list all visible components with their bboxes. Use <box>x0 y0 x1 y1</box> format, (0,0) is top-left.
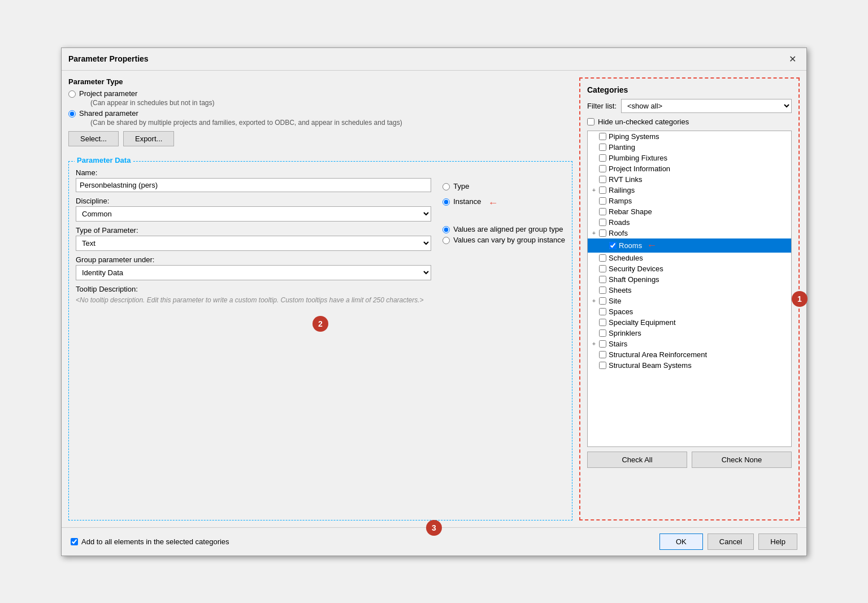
cat-item-rebar-shape[interactable]: Rebar Shape <box>588 206 791 217</box>
values-aligned-radio[interactable] <box>442 226 450 233</box>
cat-checkbox-project-information[interactable] <box>599 165 606 172</box>
cat-label-site: Site <box>609 297 621 305</box>
cat-checkbox-structural-area-reinforcement[interactable] <box>599 351 606 358</box>
cat-checkbox-roofs[interactable] <box>599 229 606 237</box>
cat-item-sprinklers[interactable]: Sprinklers <box>588 328 791 339</box>
cat-checkbox-sheets[interactable] <box>599 287 606 294</box>
instance-radio-option[interactable]: Instance ← <box>442 197 565 209</box>
cat-item-piping-systems[interactable]: Piping Systems <box>588 131 791 142</box>
cat-checkbox-rooms[interactable] <box>609 242 617 249</box>
add-elements-row[interactable]: Add to all elements in the selected cate… <box>71 537 229 546</box>
cat-item-rvt-links[interactable]: RVT Links <box>588 174 791 185</box>
cat-label-roofs: Roofs <box>609 229 628 237</box>
cat-label-sheets: Sheets <box>609 286 631 294</box>
values-vary-radio[interactable] <box>442 237 450 244</box>
type-of-param-select[interactable]: Text <box>76 236 431 251</box>
cat-checkbox-structural-beam-systems[interactable] <box>599 362 606 369</box>
project-param-option[interactable]: Project parameter (Can appear in schedul… <box>68 89 572 107</box>
cat-checkbox-shaft-openings[interactable] <box>599 276 606 283</box>
shared-param-radio[interactable] <box>68 110 76 118</box>
type-radio[interactable] <box>442 183 450 190</box>
title-bar: Parameter Properties ✕ <box>62 48 806 71</box>
cat-checkbox-specialty-equipment[interactable] <box>599 319 606 326</box>
cat-checkbox-plumbing-fixtures[interactable] <box>599 154 606 162</box>
cat-item-site[interactable]: + Site <box>588 296 791 306</box>
cat-item-roads[interactable]: Roads <box>588 217 791 228</box>
cat-item-schedules[interactable]: Schedules <box>588 253 791 263</box>
hide-unchecked-checkbox[interactable] <box>587 118 594 125</box>
badge-2-wrapper: 2 <box>76 311 565 332</box>
cat-checkbox-stairs[interactable] <box>599 340 606 348</box>
add-elements-checkbox[interactable] <box>71 538 78 545</box>
cat-checkbox-planting[interactable] <box>599 144 606 151</box>
expand-placeholder-schedules <box>590 254 598 261</box>
hide-unchecked-row[interactable]: Hide un-checked categories <box>587 118 792 126</box>
check-none-button[interactable]: Check None <box>692 452 792 468</box>
ok-button[interactable]: OK <box>659 533 703 550</box>
name-input[interactable] <box>76 178 431 192</box>
cat-item-railings[interactable]: + Railings <box>588 185 791 196</box>
type-radio-option[interactable]: Type <box>442 182 565 190</box>
cat-item-sheets[interactable]: Sheets <box>588 285 791 296</box>
cat-checkbox-sprinklers[interactable] <box>599 329 606 337</box>
export-button[interactable]: Export... <box>123 131 174 146</box>
cat-item-ramps[interactable]: Ramps <box>588 196 791 206</box>
expand-icon-stairs[interactable]: + <box>590 340 598 347</box>
cat-checkbox-rebar-shape[interactable] <box>599 208 606 215</box>
help-button[interactable]: Help <box>758 533 797 550</box>
filter-select[interactable]: <show all> <box>621 99 792 113</box>
group-param-select[interactable]: Identity Data <box>76 265 431 280</box>
cat-label-piping-systems: Piping Systems <box>609 132 659 141</box>
cat-checkbox-roads[interactable] <box>599 219 606 226</box>
cat-item-plumbing-fixtures[interactable]: Plumbing Fixtures <box>588 153 791 163</box>
cat-item-structural-area-reinforcement[interactable]: Structural Area Reinforcement <box>588 349 791 360</box>
cat-item-project-information[interactable]: Project Information <box>588 163 791 174</box>
cat-item-spaces[interactable]: Spaces <box>588 306 791 317</box>
values-vary-option[interactable]: Values can vary by group instance <box>442 236 565 244</box>
values-aligned-option[interactable]: Values are aligned per group type <box>442 225 565 233</box>
cat-item-shaft-openings[interactable]: Shaft Openings <box>588 274 791 285</box>
cat-label-planting: Planting <box>609 143 635 151</box>
expand-placeholder-roads <box>590 219 598 225</box>
cat-item-structural-beam-systems[interactable]: Structural Beam Systems <box>588 360 791 371</box>
close-button[interactable]: ✕ <box>785 53 800 66</box>
expand-placeholder-plumbing-fixtures <box>590 154 598 161</box>
param-data-box: Parameter Data Name: Discipline: Common <box>68 161 572 520</box>
cat-item-stairs[interactable]: + Stairs <box>588 339 791 349</box>
cat-checkbox-spaces[interactable] <box>599 308 606 315</box>
cat-item-planting[interactable]: Planting <box>588 142 791 153</box>
cat-item-roofs[interactable]: + Roofs <box>588 228 791 238</box>
categories-list[interactable]: Piping Systems Planting Plumbing Fixture… <box>587 131 792 447</box>
cat-label-project-information: Project Information <box>609 164 670 173</box>
cat-label-railings: Railings <box>609 186 635 194</box>
cat-item-security-devices[interactable]: Security Devices <box>588 263 791 274</box>
project-param-radio[interactable] <box>68 90 76 98</box>
cat-checkbox-rvt-links[interactable] <box>599 176 606 183</box>
bottom-bar: 3 Add to all elements in the selected ca… <box>62 527 806 556</box>
instance-radio[interactable] <box>442 198 450 206</box>
cancel-button[interactable]: Cancel <box>708 533 754 550</box>
shared-param-option[interactable]: Shared parameter (Can be shared by multi… <box>68 109 572 127</box>
cat-label-shaft-openings: Shaft Openings <box>609 275 659 284</box>
expand-icon-roofs[interactable]: + <box>590 229 598 236</box>
type-of-param-label: Type of Parameter: <box>76 226 431 235</box>
cat-checkbox-security-devices[interactable] <box>599 265 606 272</box>
cat-checkbox-site[interactable] <box>599 297 606 305</box>
cat-checkbox-piping-systems[interactable] <box>599 133 606 140</box>
expand-icon-railings[interactable]: + <box>590 186 598 193</box>
group-param-row: Group parameter under: Identity Data <box>76 255 431 280</box>
param-type-label: Parameter Type <box>68 77 572 86</box>
cat-checkbox-ramps[interactable] <box>599 197 606 205</box>
cat-item-rooms[interactable]: Rooms ← <box>588 238 791 253</box>
expand-placeholder-security-devices <box>590 265 598 272</box>
cat-checkbox-railings[interactable] <box>599 186 606 194</box>
check-all-button[interactable]: Check All <box>587 452 687 468</box>
discipline-select[interactable]: Common <box>76 206 431 222</box>
expand-icon-site[interactable]: + <box>590 297 598 304</box>
select-button[interactable]: Select... <box>68 131 119 146</box>
cat-item-specialty-equipment[interactable]: Specialty Equipment <box>588 317 791 328</box>
expand-placeholder-sheets <box>590 287 598 293</box>
cat-checkbox-schedules[interactable] <box>599 254 606 262</box>
expand-placeholder-ramps <box>590 197 598 204</box>
param-data-box-label: Parameter Data <box>75 156 133 164</box>
